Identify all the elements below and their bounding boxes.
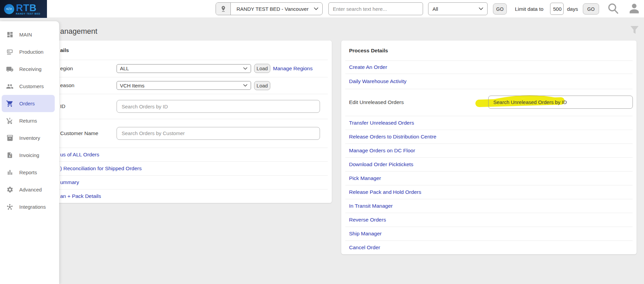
process-details-title: Process Details: [349, 48, 388, 54]
sidebar-nav: MAINProductionReceivingCustomersOrdersRe…: [0, 21, 59, 284]
order-id-input[interactable]: [117, 100, 320, 113]
search-input[interactable]: [328, 2, 423, 15]
order-details-title: ails: [60, 47, 69, 53]
sidebar-item-advanced[interactable]: Advanced: [2, 181, 55, 198]
manage-regions-link[interactable]: Manage Regions: [273, 66, 313, 72]
search-icon[interactable]: [607, 2, 620, 16]
top-bar: </> RTB RANDY TEST BED RANDY TEST BED - …: [0, 0, 644, 18]
sidebar-item-label: Inventory: [19, 135, 40, 141]
process-link[interactable]: Cancel Order: [349, 244, 380, 251]
edit-unreleased-orders-label: Edit Unreleased Orders: [349, 99, 404, 105]
bar-chart-icon: [6, 169, 14, 176]
sidebar-item-inventory[interactable]: Inventory: [2, 129, 55, 147]
process-link[interactable]: Pick Manager: [349, 175, 381, 181]
cart-icon: [6, 100, 14, 107]
load-season-button[interactable]: Load: [254, 81, 270, 90]
sidebar-item-main[interactable]: MAIN: [2, 26, 55, 43]
sidebar-item-returns[interactable]: Returns: [2, 112, 55, 129]
order-details-card: ails egion ALL Load Manage Regions eason…: [45, 41, 332, 203]
category-select[interactable]: All: [428, 2, 488, 15]
process-link[interactable]: Release Pack and Hold Orders: [349, 189, 421, 195]
sidebar-item-label: MAIN: [19, 32, 32, 37]
logo-brand: RTB: [16, 3, 41, 12]
dashboard-icon: [6, 31, 14, 38]
left-card-link[interactable]: an + Pack Details: [60, 193, 101, 199]
invoice-icon: $: [6, 152, 14, 159]
cart-return-icon: [6, 117, 14, 125]
filter-icon[interactable]: [630, 26, 639, 34]
truck-icon: [6, 66, 14, 73]
left-card-link[interactable]: ummary: [60, 179, 79, 185]
sidebar-item-production[interactable]: Production: [2, 43, 55, 60]
chevron-down-icon: [243, 84, 247, 87]
region-select-value: ALL: [120, 66, 243, 71]
sidebar-item-reports[interactable]: Reports: [2, 164, 55, 181]
location-pin-icon: [216, 3, 231, 15]
sidebar-item-label: Invoicing: [19, 152, 39, 158]
customer-name-label: Customer Name: [60, 130, 98, 136]
chevron-down-icon: [243, 67, 247, 70]
season-label: eason: [60, 82, 74, 88]
box-icon: [6, 134, 14, 142]
sidebar-item-label: Integrations: [19, 204, 46, 210]
region-select[interactable]: ALL: [117, 64, 251, 73]
user-icon[interactable]: [628, 2, 640, 16]
order-id-label: ID: [60, 103, 66, 109]
season-select-value: VCH Items: [120, 83, 243, 88]
chevron-down-icon: [314, 7, 318, 10]
region-label: egion: [60, 66, 73, 72]
sidebar-item-integrations[interactable]: Integrations: [2, 198, 55, 215]
days-label: days: [567, 0, 578, 18]
location-value: RANDY TEST BED - Vancouver: [237, 6, 314, 12]
sidebar-item-invoicing[interactable]: $Invoicing: [2, 147, 55, 164]
process-link[interactable]: In Transit Manager: [349, 203, 393, 209]
sidebar-item-label: Production: [19, 49, 44, 55]
code-logo-icon: </>: [4, 4, 14, 14]
process-link[interactable]: Download Order Picktickets: [349, 161, 413, 167]
customer-name-input[interactable]: [117, 127, 320, 140]
people-icon: [6, 83, 14, 90]
season-select[interactable]: VCH Items: [117, 81, 251, 90]
left-card-link[interactable]: us of ALL Orders: [60, 152, 99, 158]
location-select[interactable]: RANDY TEST BED - Vancouver: [216, 2, 323, 15]
process-link[interactable]: Create An Order: [349, 64, 387, 70]
logo-subtitle: RANDY TEST BED: [16, 12, 41, 15]
production-icon: [6, 48, 14, 56]
chevron-down-icon: [479, 7, 483, 10]
sidebar-item-label: Customers: [19, 83, 44, 89]
left-card-link[interactable]: ) Reconciliation for Shipped Orders: [60, 165, 142, 172]
process-link[interactable]: Release Orders to Distribution Centre: [349, 134, 436, 140]
sidebar-item-label: Reports: [19, 170, 37, 175]
page-title: anagement: [60, 27, 97, 36]
sidebar-item-orders[interactable]: Orders: [2, 95, 55, 112]
app-logo[interactable]: </> RTB RANDY TEST BED: [0, 0, 47, 18]
process-link[interactable]: Transfer Unreleased Orders: [349, 120, 414, 126]
limit-go-button[interactable]: GO: [583, 3, 599, 15]
process-link[interactable]: Ship Manager: [349, 231, 382, 237]
process-link[interactable]: Reverse Orders: [349, 217, 386, 223]
limit-days-input[interactable]: [550, 3, 564, 15]
hub-icon: [6, 203, 14, 211]
sidebar-item-customers[interactable]: Customers: [2, 78, 55, 95]
search-go-button[interactable]: GO: [493, 3, 507, 15]
limit-data-label: Limit data to: [515, 0, 543, 18]
sidebar-item-label: Receiving: [19, 66, 42, 72]
load-regions-button[interactable]: Load: [254, 64, 270, 73]
gear-icon: [6, 186, 14, 193]
sidebar-item-label: Advanced: [19, 187, 42, 192]
sidebar-item-receiving[interactable]: Receiving: [2, 60, 55, 78]
unreleased-orders-search-input[interactable]: [488, 96, 633, 109]
category-value: All: [432, 6, 479, 12]
sidebar-item-label: Returns: [19, 118, 37, 124]
sidebar-item-label: Orders: [19, 101, 35, 106]
process-link[interactable]: Daily Warehouse Activity: [349, 78, 406, 84]
process-link[interactable]: Manage Orders on DC Floor: [349, 148, 415, 154]
process-details-card: Process Details Create An OrderDaily War…: [341, 41, 637, 254]
